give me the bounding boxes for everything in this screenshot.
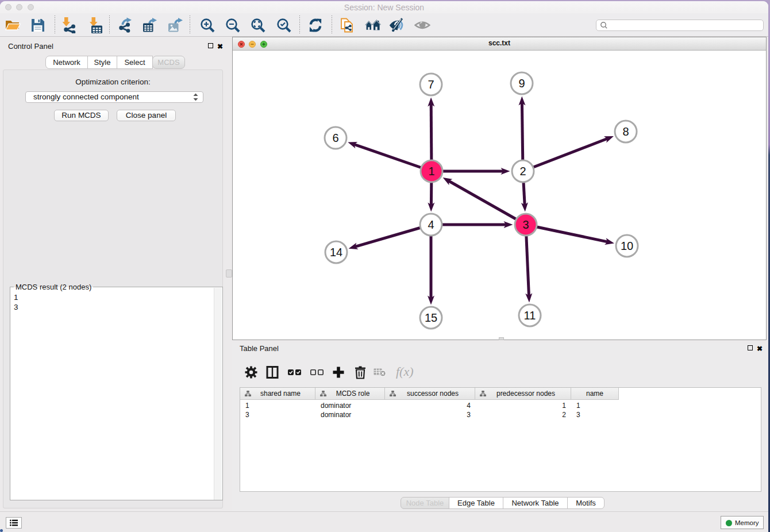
- svg-text:2: 2: [519, 165, 526, 178]
- svg-text:7: 7: [428, 78, 434, 91]
- svg-text:9: 9: [518, 77, 525, 90]
- svg-text:11: 11: [524, 309, 536, 322]
- svg-text:14: 14: [330, 246, 342, 259]
- svg-text:6: 6: [332, 132, 338, 144]
- svg-text:8: 8: [622, 125, 629, 138]
- svg-text:3: 3: [522, 218, 529, 231]
- svg-text:4: 4: [428, 218, 434, 231]
- svg-text:15: 15: [425, 311, 437, 324]
- svg-text:1: 1: [428, 165, 434, 178]
- svg-text:10: 10: [621, 240, 633, 252]
